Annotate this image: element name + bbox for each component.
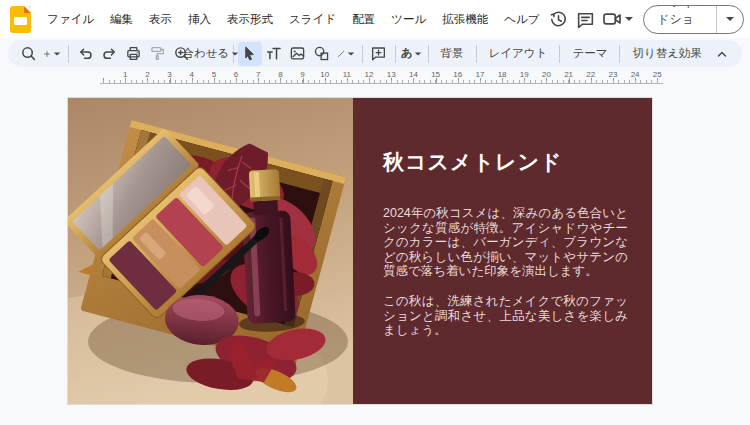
background-button[interactable]: 背景 [433, 42, 472, 66]
insert-shape-icon[interactable] [310, 42, 334, 66]
insert-line-icon[interactable] [334, 42, 358, 66]
slideshow-button-group: スライドショー [643, 5, 744, 34]
paint-format-icon[interactable] [145, 42, 169, 66]
new-slide-button[interactable] [40, 42, 64, 66]
menu-bar: ファイル 編集 表示 挿入 表示形式 スライド 配置 ツール 拡張機能 ヘルプ [0, 0, 750, 38]
menu-tools[interactable]: ツール [383, 8, 434, 31]
version-history-icon[interactable] [548, 4, 569, 34]
theme-button[interactable]: テーマ [564, 42, 615, 66]
menu-arrange[interactable]: 配置 [344, 8, 383, 31]
print-icon[interactable] [121, 42, 145, 66]
horizontal-ruler[interactable]: 1234567891011121314151617181920212223242… [0, 69, 750, 86]
camera-dropdown-caret[interactable] [625, 17, 633, 21]
menu-view[interactable]: 表示 [141, 8, 180, 31]
text-box-icon[interactable] [262, 42, 286, 66]
layout-button[interactable]: レイアウト [481, 42, 556, 66]
collapse-menus-icon[interactable] [710, 42, 734, 66]
search-icon[interactable] [16, 42, 40, 66]
menu-edit[interactable]: 編集 [102, 8, 141, 31]
slide-title[interactable]: 秋コスメトレンド [383, 148, 628, 176]
menu-slide[interactable]: スライド [281, 8, 344, 31]
toolbar: 合わせる [8, 40, 742, 67]
line-caret[interactable] [347, 52, 353, 55]
menu-help[interactable]: ヘルプ [496, 8, 547, 31]
comments-icon[interactable] [575, 4, 596, 34]
insert-comment-icon[interactable] [367, 42, 391, 66]
cosmetics-photo[interactable] [68, 98, 353, 404]
slideshow-dropdown[interactable] [716, 6, 743, 33]
slide-paragraph-2[interactable]: この秋は、洗練されたメイクで秋のファッションと調和させ、上品な美しさを楽しみまし… [383, 294, 628, 338]
ruler-baseline [100, 83, 663, 84]
redo-icon[interactable] [97, 42, 121, 66]
slide-paragraph-1[interactable]: 2024年の秋コスメは、深みのある色合いとシックな質感が特徴。アイシャドウやチー… [383, 206, 628, 279]
select-cursor-icon[interactable] [238, 42, 262, 66]
menu-insert[interactable]: 挿入 [180, 8, 219, 31]
transition-button[interactable]: 切り替え効果 [624, 42, 710, 66]
slides-logo-icon[interactable] [10, 6, 31, 33]
zoom-fit-selector[interactable]: 合わせる [193, 42, 229, 66]
slide-canvas[interactable]: 秋コスメトレンド 2024年の秋コスメは、深みのある色合いとシックな質感が特徴。… [67, 97, 653, 405]
meet-camera-button[interactable] [602, 9, 633, 29]
menu-extensions[interactable]: 拡張機能 [434, 8, 496, 31]
menu-list: ファイル 編集 表示 挿入 表示形式 スライド 配置 ツール 拡張機能 ヘルプ [39, 8, 548, 31]
new-slide-caret[interactable] [54, 52, 60, 55]
slideshow-button[interactable]: スライドショー [644, 6, 716, 33]
menu-format[interactable]: 表示形式 [219, 8, 281, 31]
undo-icon[interactable] [73, 42, 97, 66]
slide-text-panel[interactable]: 秋コスメトレンド 2024年の秋コスメは、深みのある色合いとシックな質感が特徴。… [353, 98, 652, 404]
menu-file[interactable]: ファイル [39, 8, 102, 31]
insert-image-icon[interactable] [286, 42, 310, 66]
input-tools-button[interactable]: あ [400, 42, 424, 66]
